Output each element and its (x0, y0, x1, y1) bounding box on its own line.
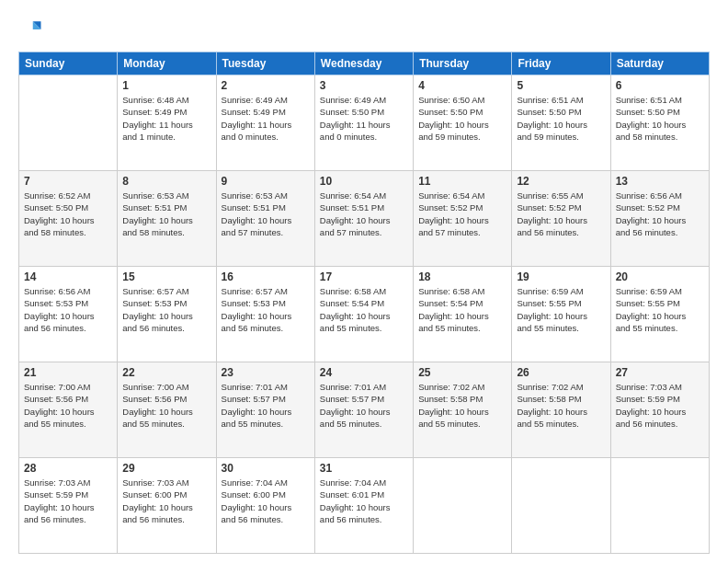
logo-icon (18, 17, 44, 42)
day-number: 23 (222, 366, 310, 379)
calendar-cell: 2Sunrise: 6:49 AMSunset: 5:49 PMDaylight… (216, 75, 314, 171)
calendar-cell: 8Sunrise: 6:53 AMSunset: 5:51 PMDaylight… (118, 171, 216, 267)
day-info: Sunrise: 7:04 AMSunset: 6:01 PMDaylight:… (320, 477, 408, 525)
header (18, 17, 710, 42)
week-row-1: 7Sunrise: 6:52 AMSunset: 5:50 PMDaylight… (19, 171, 710, 267)
column-header-friday: Friday (512, 52, 610, 75)
day-number: 4 (418, 79, 506, 92)
week-row-4: 28Sunrise: 7:03 AMSunset: 5:59 PMDayligh… (19, 458, 710, 554)
calendar-page: SundayMondayTuesdayWednesdayThursdayFrid… (0, 0, 728, 563)
calendar-cell: 14Sunrise: 6:56 AMSunset: 5:53 PMDayligh… (19, 267, 118, 362)
day-info: Sunrise: 6:56 AMSunset: 5:52 PMDaylight:… (616, 190, 704, 238)
day-number: 13 (616, 175, 704, 188)
day-info: Sunrise: 6:53 AMSunset: 5:51 PMDaylight:… (122, 190, 210, 238)
day-info: Sunrise: 7:03 AMSunset: 5:59 PMDaylight:… (24, 477, 112, 525)
calendar-table: SundayMondayTuesdayWednesdayThursdayFrid… (18, 52, 710, 554)
calendar-cell: 26Sunrise: 7:02 AMSunset: 5:58 PMDayligh… (512, 362, 610, 458)
day-info: Sunrise: 6:49 AMSunset: 5:49 PMDaylight:… (222, 94, 310, 143)
calendar-cell (414, 458, 512, 554)
column-header-wednesday: Wednesday (314, 52, 413, 75)
day-number: 3 (320, 79, 408, 92)
calendar-cell: 23Sunrise: 7:01 AMSunset: 5:57 PMDayligh… (216, 362, 314, 458)
day-number: 27 (616, 366, 704, 379)
day-info: Sunrise: 6:49 AMSunset: 5:50 PMDaylight:… (320, 94, 408, 143)
day-number: 22 (122, 366, 210, 379)
calendar-cell: 27Sunrise: 7:03 AMSunset: 5:59 PMDayligh… (610, 362, 709, 458)
day-info: Sunrise: 7:03 AMSunset: 5:59 PMDaylight:… (616, 381, 704, 430)
calendar-cell: 13Sunrise: 6:56 AMSunset: 5:52 PMDayligh… (610, 171, 709, 267)
day-info: Sunrise: 6:52 AMSunset: 5:50 PMDaylight:… (24, 190, 112, 238)
day-number: 9 (222, 175, 310, 188)
calendar-cell: 4Sunrise: 6:50 AMSunset: 5:50 PMDaylight… (414, 75, 512, 171)
day-info: Sunrise: 6:48 AMSunset: 5:49 PMDaylight:… (122, 94, 210, 143)
day-info: Sunrise: 7:02 AMSunset: 5:58 PMDaylight:… (517, 381, 605, 430)
calendar-cell: 28Sunrise: 7:03 AMSunset: 5:59 PMDayligh… (19, 458, 118, 554)
calendar-cell: 22Sunrise: 7:00 AMSunset: 5:56 PMDayligh… (118, 362, 216, 458)
day-info: Sunrise: 6:54 AMSunset: 5:51 PMDaylight:… (320, 190, 408, 238)
day-info: Sunrise: 7:01 AMSunset: 5:57 PMDaylight:… (320, 381, 408, 430)
day-info: Sunrise: 6:55 AMSunset: 5:52 PMDaylight:… (517, 190, 605, 238)
calendar-cell: 25Sunrise: 7:02 AMSunset: 5:58 PMDayligh… (414, 362, 512, 458)
day-number: 21 (24, 366, 112, 379)
column-header-row: SundayMondayTuesdayWednesdayThursdayFrid… (19, 52, 710, 75)
day-number: 19 (517, 270, 605, 283)
day-info: Sunrise: 6:58 AMSunset: 5:54 PMDaylight:… (418, 285, 506, 334)
day-number: 25 (418, 366, 506, 379)
day-info: Sunrise: 7:02 AMSunset: 5:58 PMDaylight:… (418, 381, 506, 430)
calendar-cell: 30Sunrise: 7:04 AMSunset: 6:00 PMDayligh… (216, 458, 314, 554)
day-number: 17 (320, 270, 408, 283)
day-number: 11 (418, 175, 506, 188)
day-info: Sunrise: 6:51 AMSunset: 5:50 PMDaylight:… (616, 94, 704, 143)
calendar-cell: 17Sunrise: 6:58 AMSunset: 5:54 PMDayligh… (314, 267, 413, 362)
calendar-cell (512, 458, 610, 554)
day-number: 29 (122, 462, 210, 475)
day-info: Sunrise: 7:00 AMSunset: 5:56 PMDaylight:… (24, 381, 112, 430)
day-number: 5 (517, 79, 605, 92)
column-header-monday: Monday (118, 52, 216, 75)
calendar-cell: 21Sunrise: 7:00 AMSunset: 5:56 PMDayligh… (19, 362, 118, 458)
calendar-cell: 3Sunrise: 6:49 AMSunset: 5:50 PMDaylight… (314, 75, 413, 171)
day-info: Sunrise: 6:53 AMSunset: 5:51 PMDaylight:… (222, 190, 310, 238)
day-info: Sunrise: 6:50 AMSunset: 5:50 PMDaylight:… (418, 94, 506, 143)
calendar-cell: 20Sunrise: 6:59 AMSunset: 5:55 PMDayligh… (610, 267, 709, 362)
calendar-cell (610, 458, 709, 554)
day-info: Sunrise: 7:04 AMSunset: 6:00 PMDaylight:… (222, 477, 310, 525)
day-info: Sunrise: 6:59 AMSunset: 5:55 PMDaylight:… (517, 285, 605, 334)
calendar-cell: 12Sunrise: 6:55 AMSunset: 5:52 PMDayligh… (512, 171, 610, 267)
calendar-cell: 29Sunrise: 7:03 AMSunset: 6:00 PMDayligh… (118, 458, 216, 554)
day-number: 8 (122, 175, 210, 188)
day-info: Sunrise: 6:57 AMSunset: 5:53 PMDaylight:… (122, 285, 210, 334)
calendar-cell: 7Sunrise: 6:52 AMSunset: 5:50 PMDaylight… (19, 171, 118, 267)
day-number: 7 (24, 175, 112, 188)
day-info: Sunrise: 6:59 AMSunset: 5:55 PMDaylight:… (616, 285, 704, 334)
day-info: Sunrise: 6:56 AMSunset: 5:53 PMDaylight:… (24, 285, 112, 334)
calendar-cell: 19Sunrise: 6:59 AMSunset: 5:55 PMDayligh… (512, 267, 610, 362)
day-number: 16 (222, 270, 310, 283)
calendar-cell: 31Sunrise: 7:04 AMSunset: 6:01 PMDayligh… (314, 458, 413, 554)
day-number: 31 (320, 462, 408, 475)
week-row-3: 21Sunrise: 7:00 AMSunset: 5:56 PMDayligh… (19, 362, 710, 458)
day-number: 10 (320, 175, 408, 188)
week-row-2: 14Sunrise: 6:56 AMSunset: 5:53 PMDayligh… (19, 267, 710, 362)
day-info: Sunrise: 6:51 AMSunset: 5:50 PMDaylight:… (517, 94, 605, 143)
calendar-cell: 10Sunrise: 6:54 AMSunset: 5:51 PMDayligh… (314, 171, 413, 267)
day-info: Sunrise: 6:54 AMSunset: 5:52 PMDaylight:… (418, 190, 506, 238)
calendar-cell: 11Sunrise: 6:54 AMSunset: 5:52 PMDayligh… (414, 171, 512, 267)
day-info: Sunrise: 7:00 AMSunset: 5:56 PMDaylight:… (122, 381, 210, 430)
logo (18, 17, 48, 42)
calendar-cell: 5Sunrise: 6:51 AMSunset: 5:50 PMDaylight… (512, 75, 610, 171)
day-number: 26 (517, 366, 605, 379)
calendar-cell: 1Sunrise: 6:48 AMSunset: 5:49 PMDaylight… (118, 75, 216, 171)
day-number: 18 (418, 270, 506, 283)
week-row-0: 1Sunrise: 6:48 AMSunset: 5:49 PMDaylight… (19, 75, 710, 171)
day-number: 20 (616, 270, 704, 283)
day-info: Sunrise: 6:57 AMSunset: 5:53 PMDaylight:… (222, 285, 310, 334)
calendar-cell (19, 75, 118, 171)
column-header-thursday: Thursday (414, 52, 512, 75)
calendar-cell: 24Sunrise: 7:01 AMSunset: 5:57 PMDayligh… (314, 362, 413, 458)
day-info: Sunrise: 7:01 AMSunset: 5:57 PMDaylight:… (222, 381, 310, 430)
day-number: 12 (517, 175, 605, 188)
column-header-sunday: Sunday (19, 52, 118, 75)
day-info: Sunrise: 6:58 AMSunset: 5:54 PMDaylight:… (320, 285, 408, 334)
day-number: 24 (320, 366, 408, 379)
